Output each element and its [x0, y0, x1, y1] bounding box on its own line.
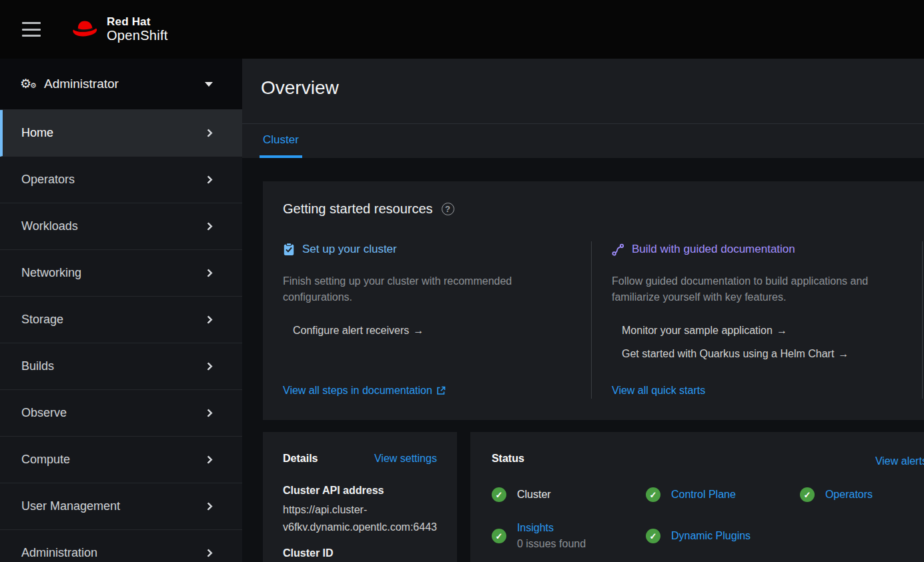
- chevron-right-icon: [204, 175, 213, 184]
- brand-name: Red Hat: [107, 16, 168, 29]
- getting-started-title: Getting started resources: [283, 200, 433, 217]
- sidebar-item-administration[interactable]: Administration: [0, 530, 242, 562]
- redhat-openshift-logo[interactable]: Red Hat OpenShift: [69, 16, 168, 43]
- sidebar-item-compute[interactable]: Compute: [0, 437, 242, 483]
- sidebar-item-label: Observe: [21, 406, 67, 420]
- nav-toggle-hamburger-icon[interactable]: [20, 21, 43, 38]
- check-circle-icon: ✓: [800, 487, 815, 502]
- sidebar-item-operators[interactable]: Operators: [0, 157, 242, 203]
- chevron-right-icon: [204, 455, 213, 464]
- perspective-label: Administrator: [44, 77, 119, 91]
- sidebar-item-networking[interactable]: Networking: [0, 250, 242, 297]
- chevron-right-icon: [204, 129, 213, 137]
- sidebar-item-label: Home: [21, 126, 53, 140]
- guided-documentation-heading[interactable]: Build with guided documentation: [632, 241, 795, 257]
- masthead: Red Hat OpenShift: [0, 0, 924, 59]
- view-all-quick-starts-link[interactable]: View all quick starts: [612, 385, 705, 397]
- status-item-insights: ✓ Insights 0 issues found: [492, 520, 646, 552]
- insights-link[interactable]: Insights: [517, 520, 586, 536]
- main-content: Overview Cluster Getting started resourc…: [242, 59, 924, 562]
- setup-cluster-section: Set up your cluster Finish setting up yo…: [283, 241, 592, 399]
- route-icon: [612, 243, 624, 256]
- chevron-right-icon: [204, 315, 213, 324]
- chevron-right-icon: [204, 222, 213, 231]
- insights-issues-count: 0 issues found: [517, 536, 586, 552]
- details-title: Details: [283, 451, 318, 467]
- chevron-right-icon: [204, 409, 213, 417]
- sidebar-item-observe[interactable]: Observe: [0, 390, 242, 437]
- chevron-right-icon: [204, 362, 213, 371]
- sidebar-item-label: User Management: [21, 499, 120, 513]
- sidebar-item-label: Compute: [21, 453, 70, 467]
- sidebar-item-workloads[interactable]: Workloads: [0, 203, 242, 250]
- guided-documentation-description: Follow guided documentation to build app…: [612, 273, 885, 305]
- monitor-sample-app-link[interactable]: Monitor your sample application→: [622, 323, 902, 339]
- help-icon[interactable]: ?: [442, 203, 454, 215]
- sidebar-item-storage[interactable]: Storage: [0, 297, 242, 343]
- redhat-fedora-icon: [69, 19, 100, 40]
- sidebar-item-home[interactable]: Home: [0, 110, 242, 157]
- sidebar-item-label: Operators: [21, 173, 75, 187]
- arrow-right-icon: →: [413, 325, 424, 336]
- status-item-dynamic-plugins: ✓ Dynamic Plugins: [646, 520, 800, 552]
- status-item-cluster: ✓ Cluster: [492, 487, 646, 503]
- check-circle-icon: ✓: [646, 487, 660, 502]
- view-settings-link[interactable]: View settings: [374, 451, 437, 467]
- sidebar-item-user-management[interactable]: User Management: [0, 483, 242, 530]
- cogs-icon: ⚙ ⚙: [20, 77, 37, 91]
- check-circle-icon: ✓: [492, 487, 506, 502]
- product-name: OpenShift: [107, 28, 168, 43]
- arrow-right-icon: →: [838, 348, 849, 359]
- sidebar-item-label: Administration: [21, 546, 97, 560]
- dynamic-plugins-link[interactable]: Dynamic Plugins: [671, 528, 751, 544]
- status-card: Status View alerts ✓ Cluster ✓ Control P…: [470, 432, 924, 562]
- page-header: Overview Cluster: [242, 59, 924, 158]
- operators-link[interactable]: Operators: [825, 487, 873, 503]
- perspective-switcher[interactable]: ⚙ ⚙ Administrator: [0, 59, 242, 110]
- sidebar-item-label: Workloads: [21, 219, 78, 233]
- sidebar-item-label: Networking: [21, 266, 81, 280]
- clipboard-check-icon: [283, 243, 295, 256]
- guided-documentation-section: Build with guided documentation Follow g…: [592, 241, 923, 399]
- chevron-right-icon: [204, 549, 213, 557]
- arrow-right-icon: →: [777, 325, 787, 336]
- sidebar-item-builds[interactable]: Builds: [0, 343, 242, 390]
- sidebar-item-label: Builds: [21, 359, 54, 373]
- view-all-steps-link[interactable]: View all steps in documentation: [283, 385, 446, 397]
- tab-cluster[interactable]: Cluster: [260, 124, 302, 158]
- status-title: Status: [492, 451, 924, 467]
- setup-cluster-description: Finish setting up your cluster with reco…: [283, 273, 531, 305]
- view-alerts-link[interactable]: View alerts: [875, 453, 924, 469]
- check-circle-icon: ✓: [492, 529, 506, 543]
- external-link-icon: [436, 386, 446, 395]
- overview-content: Getting started resources ? Set up your …: [242, 181, 924, 562]
- status-item-control-plane: ✓ Control Plane: [646, 487, 800, 503]
- check-circle-icon: ✓: [646, 529, 660, 543]
- sidebar-nav: ⚙ ⚙ Administrator Home Operators Workloa…: [0, 59, 242, 562]
- chevron-right-icon: [204, 269, 213, 277]
- getting-started-card: Getting started resources ? Set up your …: [263, 181, 924, 420]
- tab-bar: Cluster: [242, 123, 924, 158]
- details-card: Details View settings Cluster API addres…: [263, 432, 457, 562]
- status-label-cluster: Cluster: [517, 487, 551, 503]
- cluster-id-label: Cluster ID: [283, 545, 437, 561]
- chevron-right-icon: [204, 502, 213, 511]
- setup-cluster-heading[interactable]: Set up your cluster: [302, 241, 397, 257]
- quarkus-helm-chart-link[interactable]: Get started with Quarkus using a Helm Ch…: [622, 346, 902, 362]
- caret-down-icon: [205, 82, 213, 87]
- cluster-api-address-label: Cluster API address: [283, 483, 437, 499]
- sidebar-item-label: Storage: [21, 313, 63, 327]
- control-plane-link[interactable]: Control Plane: [671, 487, 736, 503]
- page-title: Overview: [242, 59, 924, 99]
- cluster-api-address-value: https://api.cluster-v6fkv.dynamic.opentl…: [283, 501, 437, 536]
- configure-alert-receivers-link[interactable]: Configure alert receivers→: [293, 323, 571, 339]
- status-item-operators: ✓ Operators: [800, 487, 924, 503]
